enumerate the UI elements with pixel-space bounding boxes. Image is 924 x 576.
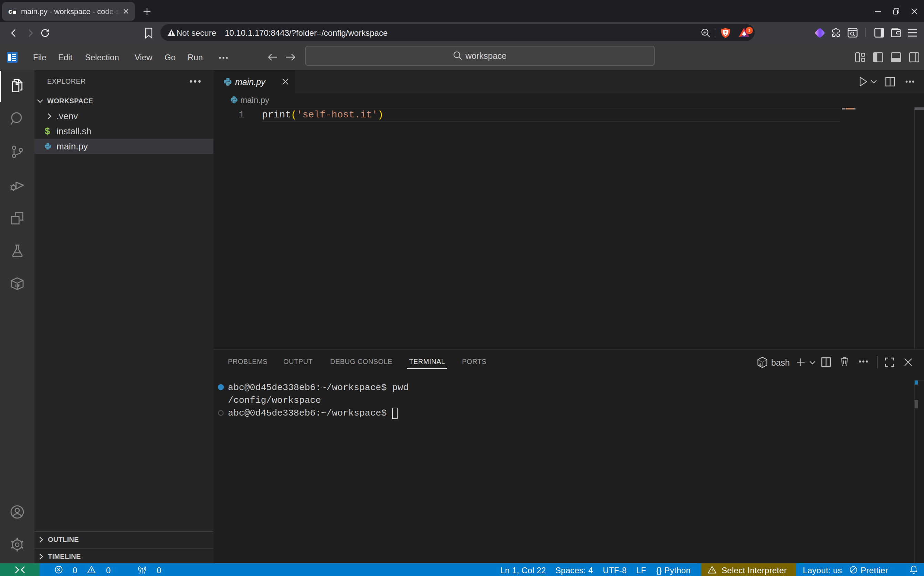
svg-text:$: $ xyxy=(759,363,762,367)
svg-text:1: 1 xyxy=(748,28,750,33)
